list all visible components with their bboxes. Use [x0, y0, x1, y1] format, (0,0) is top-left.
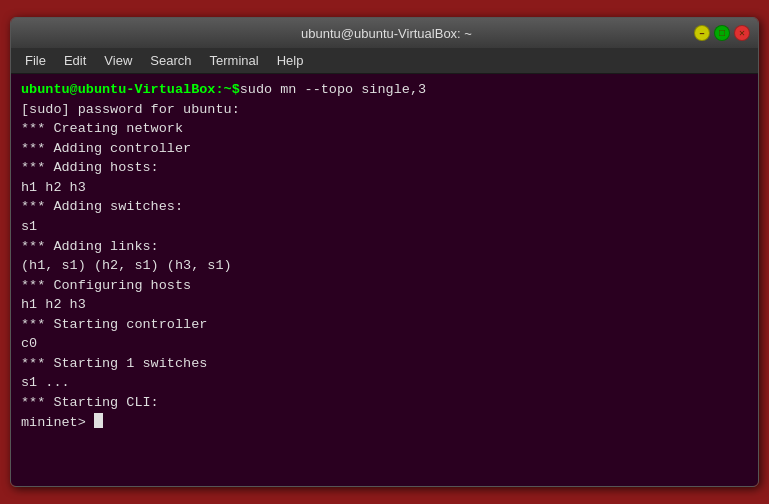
menu-file[interactable]: File: [17, 51, 54, 70]
window-controls: – □ ✕: [694, 25, 750, 41]
menu-terminal[interactable]: Terminal: [202, 51, 267, 70]
window-title: ubuntu@ubuntu-VirtualBox: ~: [79, 26, 694, 41]
output-line-8: (h1, s1) (h2, s1) (h3, s1): [21, 256, 748, 276]
menubar: File Edit View Search Terminal Help: [11, 48, 758, 74]
minimize-button[interactable]: –: [694, 25, 710, 41]
menu-view[interactable]: View: [96, 51, 140, 70]
terminal-window: ubuntu@ubuntu-VirtualBox: ~ – □ ✕ File E…: [10, 17, 759, 487]
titlebar: ubuntu@ubuntu-VirtualBox: ~ – □ ✕: [11, 18, 758, 48]
prompt-user: ubuntu@ubuntu-VirtualBox:~$: [21, 80, 240, 100]
output-line-4: h1 h2 h3: [21, 178, 748, 198]
menu-edit[interactable]: Edit: [56, 51, 94, 70]
output-line-14: s1 ...: [21, 373, 748, 393]
output-line-15: *** Starting CLI:: [21, 393, 748, 413]
output-line-12: c0: [21, 334, 748, 354]
output-line-11: *** Starting controller: [21, 315, 748, 335]
output-line-0: [sudo] password for ubuntu:: [21, 100, 748, 120]
output-line-6: s1: [21, 217, 748, 237]
output-line-1: *** Creating network: [21, 119, 748, 139]
output-line-5: *** Adding switches:: [21, 197, 748, 217]
output-line-10: h1 h2 h3: [21, 295, 748, 315]
close-button[interactable]: ✕: [734, 25, 750, 41]
terminal-body[interactable]: ubuntu@ubuntu-VirtualBox:~$ sudo mn --to…: [11, 74, 758, 486]
command-line: ubuntu@ubuntu-VirtualBox:~$ sudo mn --to…: [21, 80, 748, 100]
command-text: sudo mn --topo single,3: [240, 80, 426, 100]
menu-help[interactable]: Help: [269, 51, 312, 70]
cursor: [94, 413, 103, 428]
output-line-13: *** Starting 1 switches: [21, 354, 748, 374]
mininet-prompt-line: mininet>: [21, 413, 748, 433]
output-line-9: *** Configuring hosts: [21, 276, 748, 296]
maximize-button[interactable]: □: [714, 25, 730, 41]
output-line-7: *** Adding links:: [21, 237, 748, 257]
output-line-3: *** Adding hosts:: [21, 158, 748, 178]
menu-search[interactable]: Search: [142, 51, 199, 70]
output-line-2: *** Adding controller: [21, 139, 748, 159]
mininet-prompt: mininet>: [21, 413, 94, 433]
